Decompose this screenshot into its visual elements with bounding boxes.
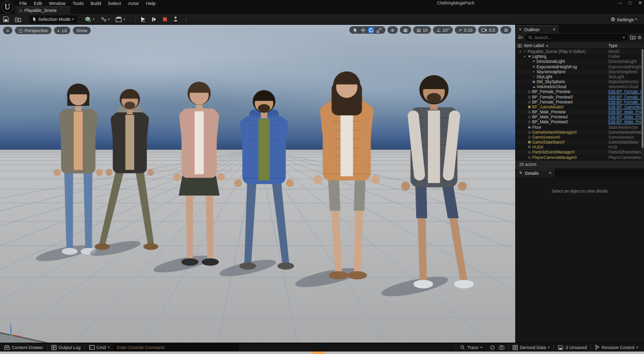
outliner-row[interactable]: ☀DirectionalLightDirectionalLight [515, 59, 644, 64]
outliner-item-edit-link[interactable]: Edit BP_Male_Preview [608, 119, 641, 124]
outliner-item-edit-link[interactable]: Edit BP_Male_Preview [608, 109, 641, 114]
outliner-tab[interactable]: ≡ Outliner ✕ [516, 25, 559, 33]
frame-skip-button[interactable] [149, 14, 160, 25]
expander-icon[interactable]: ▾ [523, 54, 527, 59]
console-command-input[interactable] [113, 344, 238, 351]
outliner-row[interactable]: ☁VolumetricCloudVolumetricCloud [515, 84, 644, 89]
outliner-filter-button[interactable]: ☰▾ [518, 35, 523, 40]
search-options-caret[interactable]: ▾ [623, 36, 625, 40]
coordinate-space-button[interactable]: ⊕ [387, 26, 398, 34]
outliner-row[interactable]: ◎GameSession0GameSession [515, 135, 644, 140]
move-tool-button[interactable] [360, 27, 366, 33]
menu-item-edit[interactable]: Edit [30, 0, 45, 6]
cinematics-dropdown[interactable]: ▾ [112, 14, 128, 25]
scale-tool-button[interactable] [376, 27, 382, 33]
screenshot-status-icon[interactable] [499, 343, 508, 352]
unsaved-status-button[interactable]: 3 Unsaved [554, 343, 590, 352]
rotate-tool-button[interactable] [368, 27, 374, 33]
output-log-button[interactable]: Output Log [48, 343, 85, 352]
play-button[interactable] [137, 14, 149, 25]
unreal-editor-window: FileEditWindowToolsBuildSelectActorHelp … [0, 0, 644, 354]
revision-control-dropdown[interactable]: Revision Control▾ [591, 343, 642, 352]
expander-icon[interactable]: ▾ [518, 49, 522, 54]
outliner-row[interactable]: ▾⌂Playable_Scene (Play In Editor)World [515, 49, 644, 54]
surface-snapping-button[interactable]: ▦ [400, 26, 411, 34]
outliner-row[interactable]: ◎BP_Male_Preview3Edit BP_Male_Preview [515, 119, 644, 124]
outliner-row[interactable]: ◐SkyAtmosphereSkyAtmosphere [515, 69, 644, 74]
blueprints-dropdown[interactable]: ▾ [98, 14, 113, 25]
level-tab[interactable]: ⚠ Playable_Scene [15, 6, 70, 14]
outliner-item-edit-link[interactable]: Edit BP_Female_Prev [608, 95, 641, 100]
menu-item-help[interactable]: Help [142, 0, 159, 6]
selection-mode-dropdown[interactable]: Selection Mode▾ [29, 15, 77, 23]
menu-item-tools[interactable]: Tools [69, 0, 87, 6]
stop-button[interactable] [160, 14, 170, 25]
unreal-logo[interactable]: U [1, 1, 13, 13]
outliner-search-input[interactable] [535, 35, 621, 40]
new-folder-icon[interactable] [630, 35, 636, 40]
add-actor-dropdown[interactable]: ▾ [81, 14, 98, 25]
maximize-viewport-button[interactable]: ⊞ [500, 26, 511, 34]
insights-status-icon[interactable] [486, 343, 499, 352]
cmd-dropdown[interactable]: Cmd▾ [85, 343, 114, 352]
level-viewport[interactable]: zx ≡ ◫ Perspective ◐ Lit Show ⊕ ▦ [0, 25, 515, 343]
outliner-row[interactable]: ◎BP_Female_Preview4Edit BP_Female_Prev [515, 100, 644, 104]
outliner-row[interactable]: ▣GameStateBase0GameStateBase [515, 140, 644, 145]
play-options-button[interactable]: ⋮ [181, 14, 191, 25]
menu-item-file[interactable]: File [16, 0, 30, 6]
outliner-row[interactable]: ≋ExponentialHeightFogExponentialHeightFo… [515, 64, 644, 69]
scale-snap-control[interactable]: ↗ 0.25 [455, 26, 476, 34]
outliner-column-header[interactable]: Item Label ▲ Type [515, 43, 644, 49]
menu-item-actor[interactable]: Actor [124, 0, 142, 6]
viewport-options-button[interactable]: ≡ [3, 27, 12, 34]
outliner-row[interactable]: ◎BP_Male_Preview2Edit BP_Male_Preview [515, 114, 644, 119]
outliner-row[interactable]: ⊞HUD0HUD [515, 145, 644, 150]
outliner-close-icon[interactable]: ✕ [552, 27, 556, 32]
outliner-row[interactable]: ◉FloorStaticMeshActor [515, 125, 644, 130]
eject-possess-button[interactable] [170, 14, 181, 25]
settings-dropdown[interactable]: ⚙ Settings▾ [607, 14, 640, 25]
outliner-scrollbar[interactable] [642, 49, 644, 160]
details-tab[interactable]: ✎ Details ✕ [516, 169, 555, 177]
menu-item-window[interactable]: Window [46, 0, 69, 6]
content-drawer-button[interactable]: Content Drawer [0, 343, 47, 352]
outliner-row[interactable]: ◎ParticleEventManager0ParticleEventManag… [515, 150, 644, 154]
outliner-item-label: BP_Female_Preview4 [532, 100, 573, 104]
outliner-item-edit-link[interactable]: Edit BP_GameMode [608, 104, 641, 109]
outliner-search-input-wrap: ▾ [525, 34, 628, 41]
outliner-item-edit-link[interactable]: Edit BP_Female_Prev [608, 100, 641, 104]
show-dropdown[interactable]: Show [73, 27, 91, 34]
outliner-item-label: DirectionalLight [537, 59, 565, 64]
close-button[interactable]: ✕ [638, 0, 642, 6]
outliner-item-edit-link[interactable]: Edit BP_Male_Preview [608, 114, 641, 119]
outliner-row[interactable]: ▣BP_GameMode0Edit BP_GameMode [515, 104, 644, 109]
view-mode-dropdown[interactable]: ◐ Lit [54, 27, 70, 34]
outliner-row[interactable]: ☼SkyLightSkyLight [515, 74, 644, 79]
derived-data-dropdown[interactable]: Derived Data▾ [509, 343, 553, 352]
camera-speed-control[interactable]: 0.5 [478, 26, 499, 34]
grid-snap-control[interactable]: ▤ 10 [413, 26, 431, 34]
outliner-row[interactable]: ◉SM_SkySphereStaticMeshActor [515, 79, 644, 84]
perspective-dropdown[interactable]: ◫ Perspective [15, 27, 52, 34]
browse-content-button[interactable] [12, 14, 24, 25]
select-tool-button[interactable] [353, 27, 358, 33]
outliner-settings-icon[interactable]: ⚙ [638, 35, 642, 40]
details-close-icon[interactable]: ✕ [548, 171, 552, 175]
outliner-row[interactable]: ◎BP_Male_PreviewEdit BP_Male_Preview [515, 109, 644, 114]
outliner-row[interactable]: ◎BP_Female_Preview3Edit BP_Female_Prev [515, 95, 644, 100]
outliner-tree: ▾⌂Playable_Scene (Play In Editor)World▾■… [515, 49, 644, 160]
outliner-item-label: Floor [532, 125, 541, 130]
outliner-row[interactable]: ◎PlayerCameraManager0PlayerCameraManage [515, 155, 644, 160]
visibility-eye-icon[interactable] [517, 44, 522, 48]
outliner-row[interactable]: ◎BP_Female_PreviewEdit BP_Female_Prev [515, 89, 644, 94]
rotation-snap-control[interactable]: ∠ 10° [433, 26, 453, 34]
trace-dropdown[interactable]: Trace▾ [456, 343, 486, 352]
outliner-item-edit-link[interactable]: Edit BP_Female_Prev [608, 89, 641, 94]
maximize-button[interactable]: □ [629, 0, 631, 6]
outliner-row[interactable]: ▾■LightingFolder [515, 54, 644, 59]
menu-item-build[interactable]: Build [87, 0, 105, 6]
minimize-button[interactable]: – [619, 0, 622, 6]
menu-item-select[interactable]: Select [105, 0, 124, 6]
outliner-row[interactable]: ◎GameNetworkManager0GameNetworkManage [515, 130, 644, 135]
save-button[interactable] [0, 14, 12, 25]
